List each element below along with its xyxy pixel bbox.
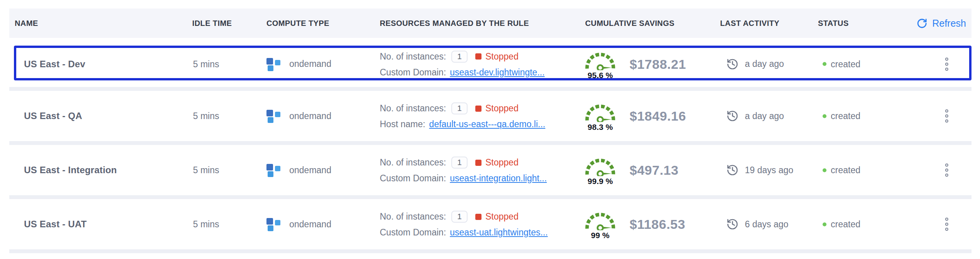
rule-name: US East - Integration <box>24 165 117 176</box>
row-menu-kebab[interactable] <box>943 161 951 179</box>
status-dot-icon <box>823 168 826 172</box>
domain-label: Custom Domain: <box>380 227 446 238</box>
compute-cluster-icon <box>266 57 282 72</box>
instance-count-badge: 1 <box>451 51 468 63</box>
savings-amount: $1788.21 <box>630 56 686 72</box>
instance-count-badge: 1 <box>451 211 468 223</box>
row-divider <box>9 87 971 91</box>
savings-gauge: 99 % <box>582 209 619 240</box>
column-header-status: STATUS <box>818 19 849 28</box>
savings-amount: $1849.16 <box>630 109 686 124</box>
resources-cell: No. of instances: 1 Stopped Custom Domai… <box>380 211 548 238</box>
resources-cell: No. of instances: 1 Stopped Host name: d… <box>380 102 545 130</box>
history-icon <box>726 110 739 122</box>
resources-cell: No. of instances: 1 Stopped Custom Domai… <box>380 51 545 78</box>
instances-label: No. of instances: <box>380 157 446 168</box>
domain-link[interactable]: useast-integration.light... <box>450 173 547 184</box>
savings-percent: 95.6 % <box>582 70 619 80</box>
savings-gauge: 98.3 % <box>582 101 619 132</box>
refresh-icon <box>917 18 927 29</box>
row-divider <box>9 195 971 199</box>
savings-amount: $1186.53 <box>630 217 685 232</box>
hostname-link[interactable]: default-us-east---qa.demo.li... <box>429 119 545 130</box>
status-value: created <box>831 219 860 230</box>
instance-count-badge: 1 <box>451 102 468 114</box>
rule-name: US East - UAT <box>24 219 87 230</box>
idle-time-value: 5 mins <box>193 59 219 69</box>
savings-amount: $497.13 <box>630 163 678 178</box>
rule-name: US East - QA <box>24 111 82 121</box>
status-dot-icon <box>823 114 826 118</box>
hostname-label: Host name: <box>380 119 425 130</box>
compute-type-value: ondemand <box>289 111 331 121</box>
last-activity-value: 19 days ago <box>745 165 793 176</box>
compute-type-value: ondemand <box>289 219 331 230</box>
table-row[interactable]: US East - Dev 5 mins ondemand No. of ins… <box>9 41 971 87</box>
table-row[interactable]: US East - Integration 5 mins ondemand No… <box>9 145 971 195</box>
column-header-resources: RESOURCES MANAGED BY THE RULE <box>380 19 529 28</box>
status-dot-icon <box>823 62 826 66</box>
idle-time-value: 5 mins <box>193 219 219 230</box>
column-header-last-activity: LAST ACTIVITY <box>720 19 779 28</box>
status-dot-icon <box>823 222 826 226</box>
stopped-square-icon <box>475 53 481 60</box>
status-value: created <box>831 111 860 121</box>
row-menu-kebab[interactable] <box>943 215 951 233</box>
row-menu-kebab[interactable] <box>943 55 951 73</box>
savings-percent: 99 % <box>582 231 619 240</box>
instance-state: Stopped <box>485 157 519 168</box>
savings-percent: 98.3 % <box>582 123 619 132</box>
stopped-square-icon <box>475 214 481 220</box>
savings-percent: 99.9 % <box>582 177 619 186</box>
row-divider <box>9 141 971 145</box>
history-icon <box>726 58 739 70</box>
domain-link[interactable]: useast-dev.lightwingte... <box>450 67 545 78</box>
last-activity-value: a day ago <box>745 59 784 69</box>
row-menu-kebab[interactable] <box>943 107 951 125</box>
compute-type-value: ondemand <box>289 165 331 176</box>
row-divider <box>9 249 971 253</box>
rules-table: NAME IDLE TIME COMPUTE TYPE RESOURCES MA… <box>9 9 971 253</box>
table-row[interactable]: US East - UAT 5 mins ondemand No. of ins… <box>9 199 971 249</box>
instance-count-badge: 1 <box>451 157 468 169</box>
instances-label: No. of instances: <box>380 211 446 222</box>
compute-type-value: ondemand <box>289 59 331 69</box>
compute-cluster-icon <box>266 217 282 232</box>
instance-state: Stopped <box>485 211 519 222</box>
domain-link[interactable]: useast-uat.lightwingtes... <box>450 227 548 238</box>
refresh-button[interactable]: Refresh <box>917 18 966 29</box>
idle-time-value: 5 mins <box>193 165 219 176</box>
instance-state: Stopped <box>485 103 519 114</box>
resources-cell: No. of instances: 1 Stopped Custom Domai… <box>380 157 547 184</box>
domain-label: Custom Domain: <box>380 67 446 78</box>
status-value: created <box>831 59 860 69</box>
column-header-name: NAME <box>15 19 38 28</box>
refresh-label: Refresh <box>932 18 966 29</box>
rule-name: US East - Dev <box>24 59 85 70</box>
column-header-cumulative-savings: CUMULATIVE SAVINGS <box>585 19 674 28</box>
status-value: created <box>831 165 860 176</box>
instance-state: Stopped <box>485 51 519 62</box>
stopped-square-icon <box>475 160 481 166</box>
last-activity-value: 6 days ago <box>745 219 789 230</box>
stopped-square-icon <box>475 106 481 112</box>
last-activity-value: a day ago <box>745 111 784 121</box>
instances-label: No. of instances: <box>380 103 446 114</box>
column-header-idle-time: IDLE TIME <box>192 19 232 28</box>
idle-time-value: 5 mins <box>193 111 219 121</box>
table-header: NAME IDLE TIME COMPUTE TYPE RESOURCES MA… <box>9 9 971 38</box>
table-row[interactable]: US East - QA 5 mins ondemand No. of inst… <box>9 91 971 141</box>
compute-cluster-icon <box>266 163 282 177</box>
history-icon <box>726 164 739 176</box>
domain-label: Custom Domain: <box>380 173 446 184</box>
instances-label: No. of instances: <box>380 51 446 62</box>
history-icon <box>726 218 739 230</box>
savings-gauge: 95.6 % <box>582 48 619 80</box>
savings-gauge: 99.9 % <box>582 155 619 186</box>
column-header-compute-type: COMPUTE TYPE <box>266 19 330 28</box>
compute-cluster-icon <box>266 109 282 123</box>
